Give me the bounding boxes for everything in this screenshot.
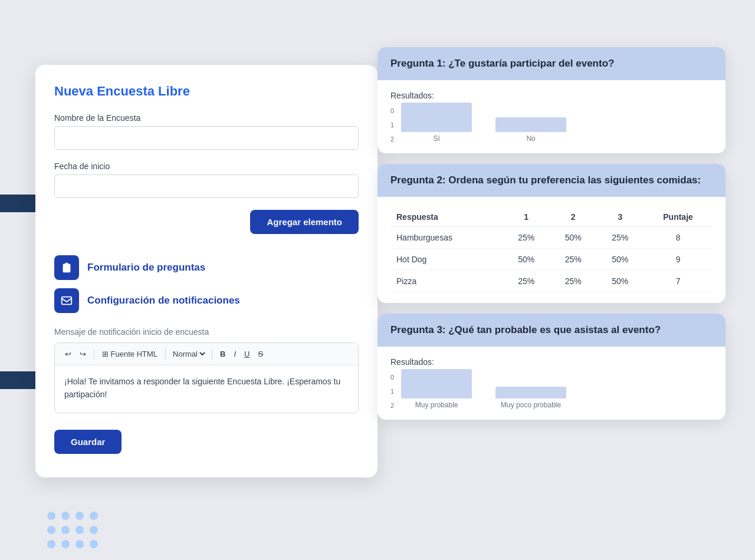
bar-poco-label: Muy poco probable <box>501 401 561 409</box>
decoration-dot <box>90 526 98 534</box>
table-cell: 50% <box>597 271 644 292</box>
mail-icon <box>54 288 79 313</box>
decoration-dot <box>61 512 70 520</box>
formulario-label: Formulario de preguntas <box>87 262 205 274</box>
card2-header: Pregunta 2: Ordena según tu preferencia … <box>378 164 726 197</box>
decoration-dot <box>90 512 98 520</box>
bar-wrapper-1: Sí No <box>401 107 566 143</box>
bar-muy-probable: Muy probable <box>401 369 472 409</box>
card3-title: Pregunta 3: ¿Qué tan probable es que asi… <box>390 324 713 336</box>
decoration-dot <box>61 526 70 534</box>
italic-button[interactable]: I <box>231 348 239 360</box>
clipboard-icon <box>54 255 79 280</box>
col-puntaje: Puntaje <box>644 207 713 227</box>
panel-title: Nueva Encuesta Libre <box>54 84 359 99</box>
nav-item-notificaciones[interactable]: Configuración de notificaciones <box>54 288 359 313</box>
decoration-dot <box>76 540 84 548</box>
bar-wrapper-3: Muy probable Muy poco probable <box>401 374 566 409</box>
bar-poco-probable: Muy poco probable <box>495 387 566 409</box>
y-axis-3: 2 1 0 <box>390 374 394 409</box>
bold-button[interactable]: B <box>217 348 228 360</box>
save-button[interactable]: Guardar <box>54 430 122 454</box>
editor-container: ↩ ↪ ⊞ Fuente HTML Normal H1 H2 B I U S ¡… <box>54 342 359 413</box>
bar-si: Sí <box>401 103 472 143</box>
table-cell: 9 <box>644 249 713 271</box>
table-row: Hot Dog50%25%50%9 <box>390 249 713 271</box>
table-header-row: Respuesta 1 2 3 Puntaje <box>390 207 713 227</box>
col-3: 3 <box>597 207 644 227</box>
decoration-dot <box>47 526 55 534</box>
editor-toolbar: ↩ ↪ ⊞ Fuente HTML Normal H1 H2 B I U S <box>55 343 358 365</box>
html-source-button[interactable]: ⊞ Fuente HTML <box>99 348 160 360</box>
bar-no-label: No <box>526 134 535 143</box>
card3-header: Pregunta 3: ¿Qué tan probable es que asi… <box>378 314 726 347</box>
table-cell: 50% <box>550 227 597 249</box>
html-icon: ⊞ <box>102 350 109 358</box>
table-cell: 25% <box>503 227 550 249</box>
table-cell: 50% <box>597 249 644 271</box>
table-cell: 25% <box>503 271 550 292</box>
clipboard-svg <box>60 261 73 274</box>
editor-content[interactable]: ¡Hola! Te invitamos a responder la sigui… <box>55 365 358 413</box>
table-cell: Pizza <box>390 271 503 292</box>
table-cell: 25% <box>597 227 644 249</box>
bar-no: No <box>495 117 566 143</box>
bar-no-fill <box>495 117 566 132</box>
sep2 <box>165 349 166 360</box>
table-body: Hamburguesas25%50%25%8Hot Dog50%25%50%9P… <box>390 227 713 292</box>
table-cell: 7 <box>644 271 713 292</box>
redo-button[interactable]: ↪ <box>77 348 89 360</box>
card1-body: Resultados: 2 1 0 Sí No <box>378 80 726 153</box>
notificaciones-label: Configuración de notificaciones <box>87 295 240 307</box>
decoration-dot <box>47 512 55 520</box>
table-row: Hamburguesas25%50%25%8 <box>390 227 713 249</box>
bar-muy-label: Muy probable <box>415 401 458 409</box>
card1-results-label: Resultados: <box>390 91 713 100</box>
left-panel: Nueva Encuesta Libre Nombre de la Encues… <box>35 65 378 477</box>
table-cell: 8 <box>644 227 713 249</box>
table-cell: Hamburguesas <box>390 227 503 249</box>
sep3 <box>212 349 212 360</box>
card-pregunta3: Pregunta 3: ¿Qué tan probable es que asi… <box>378 314 726 420</box>
mail-svg <box>60 294 73 307</box>
y-axis-1: 2 1 0 <box>390 107 394 143</box>
fecha-input[interactable] <box>54 174 359 198</box>
col-2: 2 <box>550 207 597 227</box>
right-column: Pregunta 1: ¿Te gustaría participar del … <box>378 47 726 420</box>
bar-si-fill <box>401 103 472 132</box>
table-cell: 25% <box>550 271 597 292</box>
table-cell: 25% <box>550 249 597 271</box>
decoration-dot <box>61 540 70 548</box>
table-row: Pizza25%25%50%7 <box>390 271 713 292</box>
nombre-label: Nombre de la Encuesta <box>54 113 359 123</box>
decoration-dot <box>76 512 84 520</box>
card3-results-label: Resultados: <box>390 357 713 367</box>
col-respuesta: Respuesta <box>390 207 503 227</box>
bar-poco-fill <box>495 387 566 398</box>
sep1 <box>94 349 94 360</box>
table-cell: Hot Dog <box>390 249 503 271</box>
add-element-button[interactable]: Agregar elemento <box>250 210 359 234</box>
dots-decoration <box>47 512 98 548</box>
strikethrough-button[interactable]: S <box>255 348 267 360</box>
fecha-label: Fecha de inicio <box>54 162 359 171</box>
card1-chart: 2 1 0 Sí No <box>390 107 713 143</box>
decoration-dot <box>90 540 98 548</box>
nombre-input[interactable] <box>54 126 359 150</box>
format-select[interactable]: Normal H1 H2 <box>170 349 207 359</box>
card2-title: Pregunta 2: Ordena según tu preferencia … <box>390 174 713 186</box>
card-pregunta2: Pregunta 2: Ordena según tu preferencia … <box>378 164 726 303</box>
decoration-dot <box>47 540 55 548</box>
col-1: 1 <box>503 207 550 227</box>
results-table: Respuesta 1 2 3 Puntaje Hamburguesas25%5… <box>390 207 713 292</box>
nav-items: Formulario de preguntas Configuración de… <box>54 255 359 313</box>
underline-button[interactable]: U <box>241 348 252 360</box>
card1-title: Pregunta 1: ¿Te gustaría participar del … <box>390 58 713 70</box>
nav-item-formulario[interactable]: Formulario de preguntas <box>54 255 359 280</box>
card1-header: Pregunta 1: ¿Te gustaría participar del … <box>378 47 726 80</box>
bar-si-label: Sí <box>433 134 439 143</box>
undo-button[interactable]: ↩ <box>62 348 74 360</box>
table-cell: 50% <box>503 249 550 271</box>
bar-muy-fill <box>401 369 472 398</box>
card3-body: Resultados: 2 1 0 Muy probable Muy poco … <box>378 347 726 420</box>
